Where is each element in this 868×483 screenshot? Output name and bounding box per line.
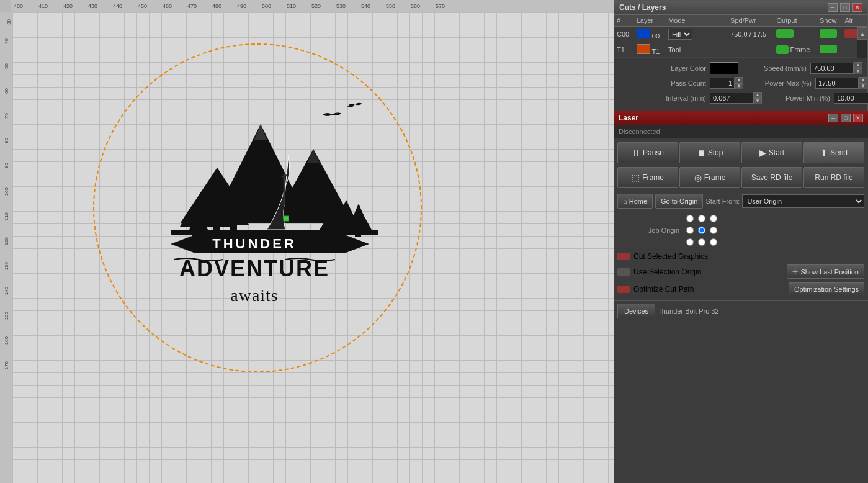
origin-tc-radio[interactable]	[698, 215, 705, 222]
show-last-position-button[interactable]: ✛ Show Last Position	[787, 264, 864, 279]
home-button[interactable]: ⌂ Home	[617, 194, 653, 209]
ruler-mark: 420	[63, 3, 73, 9]
pass-down[interactable]: ▼	[735, 83, 743, 89]
laser-panel: Laser ─ □ ✕ Disconnected ⏸ Pause ⏹ Stop …	[614, 111, 868, 483]
optimize-cut-toggle[interactable]	[617, 286, 630, 293]
cut-selected-row: Cut Selected Graphics	[614, 250, 868, 263]
ruler-mark: 530	[336, 3, 346, 9]
color-swatch-main[interactable]	[710, 62, 738, 74]
job-origin-section: Job Origin	[614, 210, 868, 250]
origin-mr-radio[interactable]	[710, 227, 717, 234]
stop-button[interactable]: ⏹ Stop	[679, 142, 740, 163]
show-toggle-t1[interactable]	[820, 45, 837, 53]
maximize-button[interactable]: □	[840, 3, 850, 12]
cut-selected-toggle[interactable]	[617, 253, 630, 260]
devices-button[interactable]: Devices	[617, 304, 655, 318]
run-rd-button[interactable]: Run RD file	[803, 167, 864, 188]
laser-minimize[interactable]: ─	[828, 114, 838, 122]
ruler-mark: 460	[163, 3, 172, 9]
cuts-layers-header: Cuts / Layers ─ □ ✕	[614, 1, 867, 15]
speed-down[interactable]: ▼	[854, 68, 862, 74]
ruler-mark: 510	[287, 3, 296, 9]
pass-count-label: Pass Count	[619, 79, 706, 87]
origin-bl-radio[interactable]	[686, 238, 694, 246]
job-origin-grid	[684, 213, 719, 248]
laser-title: Laser	[619, 114, 638, 122]
laser-header: Laser ─ □ ✕	[614, 111, 868, 125]
int-down[interactable]: ▼	[753, 98, 762, 104]
layer-color-label-txt: Layer Color	[619, 65, 706, 72]
save-rd-button[interactable]: Save RD file	[741, 167, 802, 188]
right-panels: Cuts / Layers ─ □ ✕ # Layer Mode Spd/Pwr…	[614, 0, 868, 483]
minimize-button[interactable]: ─	[828, 3, 838, 12]
layer-color-t1: T1	[634, 42, 666, 58]
ruler-mark-130: 130	[4, 262, 9, 270]
pmax-up[interactable]: ▲	[859, 77, 867, 83]
table-header-row: # Layer Mode Spd/Pwr Output Show Air	[614, 15, 867, 27]
send-label: Send	[830, 148, 848, 157]
scroll-up[interactable]: ▲	[857, 27, 867, 40]
canvas-area: 400 410 420 430 440 450 460 470 480 490 …	[0, 0, 614, 483]
close-button[interactable]: ✕	[852, 3, 862, 12]
laser-maximize[interactable]: □	[841, 114, 851, 122]
origin-bc-radio[interactable]	[698, 238, 705, 246]
pass-count-input[interactable]	[710, 78, 735, 89]
origin-br	[708, 237, 719, 248]
origin-br-radio[interactable]	[710, 238, 717, 246]
pause-button[interactable]: ⏸ Pause	[617, 142, 678, 163]
origin-tl-radio[interactable]	[686, 215, 694, 222]
optimization-settings-button[interactable]: Optimization Settings	[789, 282, 864, 296]
start-button[interactable]: ▶ Start	[741, 142, 802, 163]
svg-text:THUNDER: THUNDER	[212, 236, 297, 251]
interval-input[interactable]	[710, 93, 753, 104]
send-button[interactable]: ⬆ Send	[803, 142, 864, 163]
speed-input[interactable]	[810, 63, 854, 74]
origin-tr-radio[interactable]	[710, 215, 717, 222]
go-to-origin-button[interactable]: Go to Origin	[655, 194, 703, 209]
show-toggle-c00[interactable]	[820, 29, 837, 38]
pass-spinner: ▲ ▼	[735, 77, 743, 89]
origin-ml-radio[interactable]	[686, 227, 694, 234]
home-icon: ⌂	[623, 197, 627, 205]
origin-tr	[708, 213, 719, 224]
frame-buttons-row: ⬚ Frame ◎ Frame Save RD file Run RD file	[614, 167, 868, 192]
interval-spinner: ▲ ▼	[753, 92, 762, 104]
ruler-mark: 400	[14, 3, 23, 9]
pass-count-row: Pass Count ▲ ▼ Power Max (%) ▲ ▼	[619, 77, 862, 89]
ruler-mark: 490	[237, 3, 246, 9]
col-output: Output	[774, 15, 817, 27]
ruler-mark: 570	[436, 3, 445, 9]
frame-button-2[interactable]: ◎ Frame	[679, 167, 740, 188]
cuts-layers-title: Cuts / Layers	[619, 3, 666, 12]
power-max-input[interactable]	[815, 78, 859, 89]
speed-up[interactable]: ▲	[854, 62, 862, 68]
pmax-down[interactable]: ▼	[859, 83, 867, 89]
output-toggle-t1[interactable]	[776, 45, 789, 54]
int-up[interactable]: ▲	[753, 92, 762, 98]
layer-spd-pwr-c00: 750.0 / 17.5	[728, 27, 774, 42]
color-swatch-t1	[637, 44, 650, 54]
svg-marker-28	[171, 235, 195, 253]
frame-button-1[interactable]: ⬚ Frame	[617, 167, 678, 188]
layer-settings: Speed (mm/s) Layer Color Speed (mm/s) ▲ …	[614, 58, 867, 111]
devices-label: Devices	[624, 307, 648, 315]
work-canvas[interactable]: THUNDER ADVENTURE awaits	[12, 12, 614, 483]
layer-show-c00	[817, 27, 842, 42]
layer-row-c00[interactable]: C00 00 Fill 750.0 / 17.5	[614, 27, 867, 42]
status-text: Disconnected	[619, 128, 660, 135]
use-selection-toggle[interactable]	[617, 268, 630, 276]
origin-mc-radio[interactable]	[698, 227, 705, 234]
device-name-label: Thunder Bolt Pro 32	[658, 307, 718, 315]
power-min-input[interactable]	[834, 93, 868, 104]
mode-select-c00[interactable]: Fill	[668, 29, 692, 40]
ruler-mark: 450	[138, 3, 147, 9]
start-from-select[interactable]: User Origin Absolute Coords Current Posi…	[742, 194, 864, 208]
layer-row-t1[interactable]: T1 T1 Tool Frame	[614, 42, 867, 58]
col-show: Show	[817, 15, 842, 27]
output-toggle-c00[interactable]	[776, 29, 794, 38]
laser-close[interactable]: ✕	[853, 114, 863, 122]
ruler-mark: 500	[262, 3, 271, 9]
connection-status: Disconnected	[614, 125, 868, 138]
optimize-cut-label: Optimize Cut Path	[633, 285, 694, 294]
pass-up[interactable]: ▲	[735, 77, 743, 83]
